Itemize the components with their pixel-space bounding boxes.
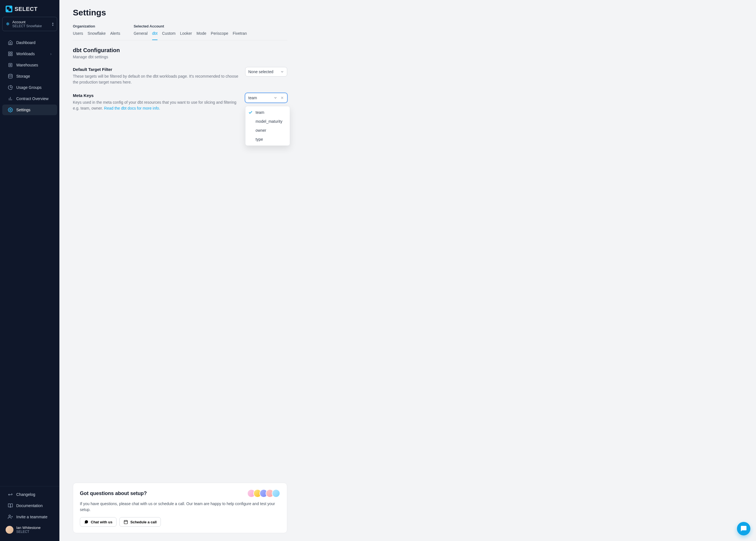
- avatar: [6, 526, 13, 534]
- dropdown-option-team[interactable]: team: [245, 108, 290, 117]
- chevron-updown-icon: ▴▾: [52, 22, 54, 26]
- user-profile[interactable]: Ian Whitestone SELECT: [0, 523, 59, 537]
- tab-mode[interactable]: Mode: [196, 31, 206, 40]
- tab-custom[interactable]: Custom: [162, 31, 176, 40]
- tab-alerts[interactable]: Alerts: [110, 31, 120, 40]
- calendar-icon: [124, 520, 128, 524]
- svg-point-6: [8, 74, 12, 76]
- sidebar-item-label: Usage Groups: [16, 85, 42, 90]
- user-name: Ian Whitestone: [16, 526, 41, 530]
- tab-general[interactable]: General: [134, 31, 148, 40]
- sidebar-item-storage[interactable]: Storage: [2, 71, 57, 82]
- account-name: SELECT Snowflake: [12, 24, 49, 28]
- button-label: Schedule a call: [130, 520, 157, 524]
- team-avatars: [249, 489, 280, 498]
- sidebar-item-label: Changelog: [16, 492, 35, 497]
- setting-default-target-filter: Default Target Filter These targets will…: [73, 67, 287, 85]
- chevron-right-icon: ›: [50, 52, 52, 56]
- help-card: Got questions about setup? If you have q…: [73, 483, 287, 533]
- brand-logo: SELECT: [0, 0, 59, 17]
- page-title: Settings: [73, 8, 743, 17]
- sidebar-item-settings[interactable]: Settings: [2, 105, 57, 115]
- svg-rect-0: [8, 52, 10, 53]
- sidebar-item-label: Settings: [16, 108, 31, 112]
- schedule-button[interactable]: Schedule a call: [119, 517, 161, 527]
- svg-point-10: [10, 109, 11, 111]
- chevron-down-icon: [280, 70, 284, 74]
- sidebar-item-label: Documentation: [16, 503, 43, 508]
- meta-keys-select[interactable]: team: [245, 93, 287, 103]
- brand-name: SELECT: [15, 6, 38, 12]
- help-title: Got questions about setup?: [80, 491, 147, 496]
- tabs-row: Organization Users Snowflake Alerts Sele…: [73, 24, 287, 40]
- sidebar-item-warehouses[interactable]: Warehouses: [2, 60, 57, 70]
- sidebar-footer: Changelog Documentation Invite a teammat…: [0, 489, 59, 541]
- sidebar-item-invite[interactable]: Invite a teammate: [2, 512, 57, 522]
- dropdown-option-owner[interactable]: owner: [245, 126, 290, 135]
- svg-rect-2: [8, 54, 10, 56]
- sidebar-item-contract-overview[interactable]: Contract Overview: [2, 93, 57, 104]
- logo-mark-icon: [6, 6, 12, 12]
- user-plus-icon: [8, 514, 13, 519]
- user-org: SELECT: [16, 530, 41, 534]
- dbt-docs-link[interactable]: Read the dbt docs for more info.: [104, 106, 160, 111]
- account-label: Account: [12, 20, 49, 24]
- account-switcher[interactable]: ❄ Account SELECT Snowflake ▴▾: [2, 17, 57, 31]
- svg-rect-16: [124, 521, 128, 524]
- sidebar-item-usage-groups[interactable]: Usage Groups: [2, 82, 57, 93]
- tab-dbt[interactable]: dbt: [152, 31, 158, 40]
- sidebar-divider: [0, 486, 59, 486]
- bar-chart-icon: [8, 96, 13, 101]
- tab-snowflake[interactable]: Snowflake: [88, 31, 106, 40]
- tab-users[interactable]: Users: [73, 31, 83, 40]
- option-label: model_maturity: [255, 119, 282, 124]
- option-label: team: [255, 110, 264, 115]
- svg-rect-1: [11, 52, 12, 53]
- sidebar-item-label: Storage: [16, 74, 30, 79]
- sidebar-item-label: Contract Overview: [16, 96, 49, 101]
- chat-button[interactable]: Chat with us: [80, 517, 117, 527]
- svg-rect-3: [11, 54, 12, 56]
- sidebar-nav: Dashboard Workloads › Warehouses Storage…: [0, 34, 59, 484]
- check-icon: [248, 110, 253, 115]
- svg-point-11: [9, 515, 10, 517]
- sidebar-item-label: Invite a teammate: [16, 515, 47, 519]
- snowflake-icon: ❄: [6, 21, 10, 27]
- cpu-icon: [8, 63, 13, 68]
- chat-bubble-icon: [740, 525, 747, 532]
- tab-group-organization: Organization Users Snowflake Alerts: [73, 24, 120, 40]
- select-value: None selected: [248, 70, 273, 74]
- main-content: Settings Organization Users Snowflake Al…: [59, 0, 756, 541]
- updown-icon: [8, 492, 13, 497]
- section-subtitle: Manage dbt settings: [73, 55, 743, 59]
- target-filter-select[interactable]: None selected: [245, 67, 287, 77]
- setting-label: Default Target Filter: [73, 67, 238, 72]
- sidebar-item-workloads[interactable]: Workloads ›: [2, 49, 57, 59]
- setting-label: Meta Keys: [73, 93, 238, 98]
- tab-fivetran[interactable]: Fivetran: [233, 31, 247, 40]
- section-title: dbt Configuration: [73, 47, 743, 54]
- tab-looker[interactable]: Looker: [180, 31, 192, 40]
- sidebar-item-dashboard[interactable]: Dashboard: [2, 37, 57, 48]
- sidebar-item-label: Dashboard: [16, 40, 36, 45]
- clear-icon[interactable]: [280, 96, 284, 100]
- tab-periscope[interactable]: Periscope: [211, 31, 228, 40]
- setting-description: Keys used in the meta config of your dbt…: [73, 100, 238, 111]
- svg-rect-5: [10, 65, 11, 66]
- option-label: owner: [255, 128, 266, 133]
- svg-rect-4: [9, 63, 12, 67]
- setting-description: These targets will be filtered by defaul…: [73, 73, 238, 85]
- meta-keys-dropdown: team model_maturity owner type: [245, 106, 290, 146]
- select-value: team: [248, 96, 257, 100]
- home-icon: [8, 40, 13, 45]
- sidebar-item-documentation[interactable]: Documentation: [2, 500, 57, 511]
- gear-icon: [8, 107, 13, 112]
- setting-meta-keys: Meta Keys Keys used in the meta config o…: [73, 93, 287, 111]
- chat-fab[interactable]: [737, 522, 750, 535]
- dropdown-option-model-maturity[interactable]: model_maturity: [245, 117, 290, 126]
- sidebar-item-changelog[interactable]: Changelog: [2, 489, 57, 500]
- tab-group-label: Selected Account: [134, 24, 247, 28]
- avatar: [272, 489, 280, 498]
- tab-group-selected-account: Selected Account General dbt Custom Look…: [134, 24, 247, 40]
- dropdown-option-type[interactable]: type: [245, 135, 290, 144]
